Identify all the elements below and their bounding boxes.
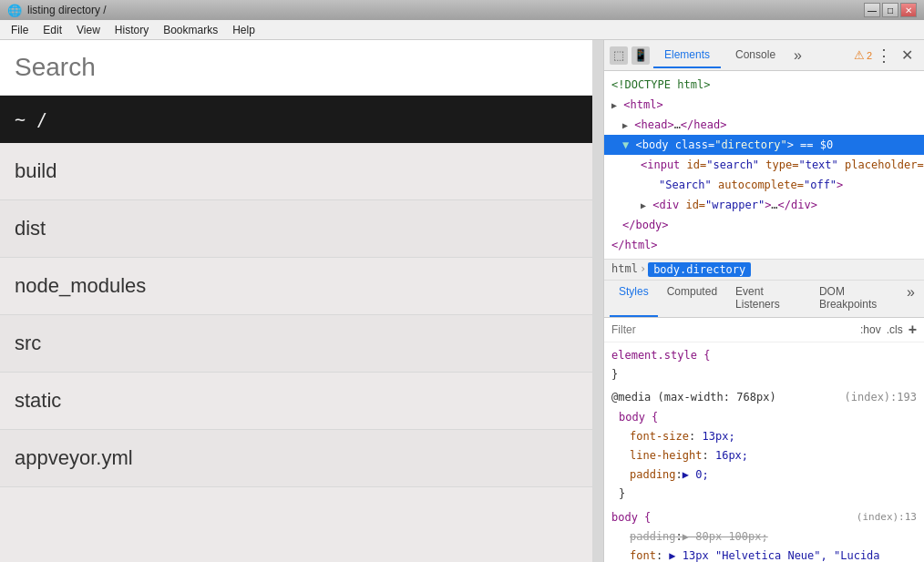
css-rule-media-body: @media (max-width: 768px) (index):193 bo… bbox=[611, 388, 917, 504]
tab-dom-breakpoints[interactable]: DOM Breakpoints bbox=[810, 281, 903, 317]
menu-view[interactable]: View bbox=[69, 22, 108, 38]
tab-elements[interactable]: Elements bbox=[653, 43, 721, 68]
more-tabs-icon[interactable]: » bbox=[790, 47, 806, 64]
menu-edit[interactable]: Edit bbox=[36, 22, 69, 38]
css-rule-element-style: element.style { } bbox=[611, 346, 917, 384]
tab-event-listeners[interactable]: Event Listeners bbox=[726, 281, 810, 317]
menu-history[interactable]: History bbox=[108, 22, 156, 38]
list-item[interactable]: node_modules bbox=[0, 258, 592, 315]
maximize-button[interactable]: □ bbox=[882, 3, 898, 17]
more-style-tabs-icon[interactable]: » bbox=[903, 281, 919, 317]
minimize-button[interactable]: — bbox=[864, 3, 880, 17]
add-style-button[interactable]: + bbox=[909, 322, 917, 338]
tree-line-input-cont: "Search" autocomplete="off"> bbox=[604, 175, 924, 195]
tree-line-body[interactable]: ▼ <body class="directory"> == $0 bbox=[604, 135, 924, 155]
css-rule-body-2: body { (index):13 padding:▶ 80px 100px; … bbox=[611, 508, 917, 563]
devtools-inspect-icon[interactable]: ⬚ bbox=[610, 46, 628, 65]
devtools-menu-icon[interactable]: ⋮ bbox=[876, 46, 892, 66]
app-icon: 🌐 bbox=[7, 4, 22, 17]
list-item[interactable]: appveyor.yml bbox=[0, 430, 592, 487]
breadcrumb-body[interactable]: body.directory bbox=[648, 262, 751, 277]
cls-button[interactable]: .cls bbox=[887, 323, 903, 336]
devtools-panel: ⬚ 📱 Elements Console » ⚠ 2 ⋮ ✕ <!DOCTYPE… bbox=[603, 40, 924, 562]
tree-line-div-wrapper[interactable]: ▶ <div id="wrapper">…</div> bbox=[604, 195, 924, 215]
tree-line-input[interactable]: <input id="search" type="text" placehold… bbox=[604, 155, 924, 175]
close-button[interactable]: ✕ bbox=[900, 3, 917, 17]
list-item[interactable]: src bbox=[0, 315, 592, 373]
left-scrollbar[interactable] bbox=[592, 40, 603, 562]
css-content: element.style { } @media (max-width: 768… bbox=[604, 342, 924, 562]
tree-line-close-body: </body> bbox=[604, 215, 924, 235]
tree-line-html[interactable]: ▶ <html> bbox=[604, 95, 924, 115]
tree-line-doctype: <!DOCTYPE html> bbox=[604, 75, 924, 95]
menu-bar: File Edit View History Bookmarks Help bbox=[0, 20, 924, 40]
alert-badge: ⚠ 2 bbox=[854, 48, 872, 62]
list-item[interactable]: dist bbox=[0, 200, 592, 258]
title-bar: 🌐 listing directory / — □ ✕ bbox=[0, 0, 924, 20]
list-item[interactable]: build bbox=[0, 143, 592, 200]
styles-tabbar: Styles Computed Event Listeners DOM Brea… bbox=[604, 281, 924, 318]
tab-console[interactable]: Console bbox=[724, 43, 786, 68]
menu-bookmarks[interactable]: Bookmarks bbox=[156, 22, 225, 38]
html-tree: <!DOCTYPE html> ▶ <html> ▶ <head>…</head… bbox=[604, 71, 924, 260]
search-input[interactable] bbox=[15, 53, 578, 82]
devtools-topbar: ⬚ 📱 Elements Console » ⚠ 2 ⋮ ✕ bbox=[604, 40, 924, 71]
title-bar-controls: — □ ✕ bbox=[864, 3, 917, 17]
hov-button[interactable]: :hov bbox=[860, 323, 881, 336]
tab-computed[interactable]: Computed bbox=[658, 281, 726, 317]
menu-help[interactable]: Help bbox=[225, 22, 262, 38]
devtools-device-icon[interactable]: 📱 bbox=[631, 46, 650, 65]
menu-file[interactable]: File bbox=[4, 22, 36, 38]
filter-bar: :hov .cls + bbox=[604, 318, 924, 342]
list-item[interactable]: static bbox=[0, 373, 592, 430]
search-box bbox=[0, 40, 592, 96]
css-filter-input[interactable] bbox=[611, 323, 855, 336]
tree-line-close-html: </html> bbox=[604, 235, 924, 255]
devtools-close-button[interactable]: ✕ bbox=[896, 45, 919, 66]
title-bar-left: 🌐 listing directory / bbox=[7, 4, 107, 17]
tab-styles[interactable]: Styles bbox=[610, 281, 658, 317]
current-dir: ~ / bbox=[0, 96, 592, 143]
window-title: listing directory / bbox=[27, 4, 107, 16]
left-panel: ~ / build dist node_modules src static a… bbox=[0, 40, 592, 562]
breadcrumb-html[interactable]: html bbox=[611, 262, 638, 277]
main-layout: ~ / build dist node_modules src static a… bbox=[0, 40, 924, 562]
breadcrumb: html › body.directory bbox=[604, 260, 924, 281]
tree-line-head[interactable]: ▶ <head>…</head> bbox=[604, 115, 924, 135]
